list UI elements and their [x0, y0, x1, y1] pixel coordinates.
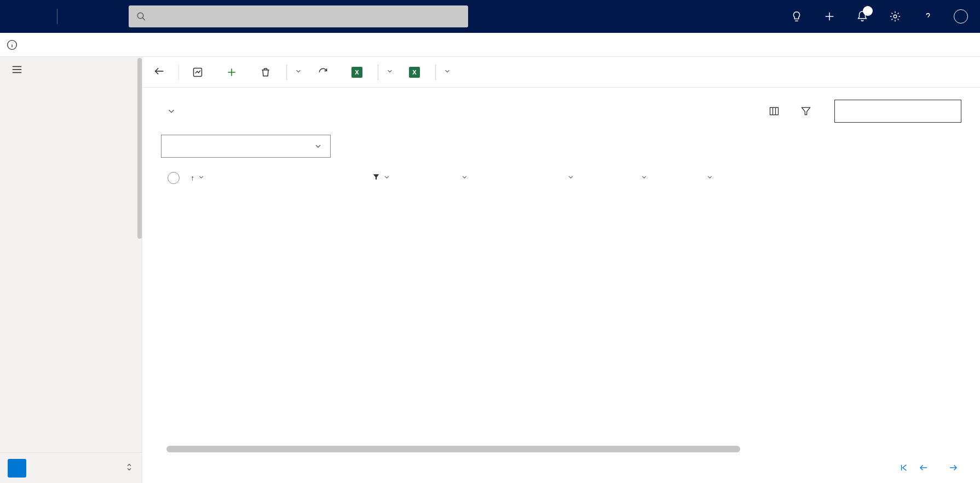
view-selector[interactable] — [161, 106, 176, 116]
search-icon — [136, 12, 146, 21]
hamburger-button[interactable] — [0, 57, 142, 83]
info-icon — [7, 39, 18, 50]
svg-point-4 — [893, 15, 897, 18]
updown-icon[interactable] — [124, 462, 134, 474]
delete-button[interactable] — [252, 64, 284, 81]
trash-icon — [260, 67, 271, 78]
chevron-down-icon — [314, 142, 322, 151]
horizontal-scrollbar[interactable] — [166, 446, 740, 452]
refresh-icon — [318, 67, 328, 78]
show-chart-button[interactable] — [185, 64, 216, 81]
plus-icon — [226, 67, 237, 78]
svg-point-0 — [137, 13, 143, 19]
sidebar-scrollbar[interactable] — [137, 58, 142, 239]
due-select[interactable] — [161, 135, 331, 158]
edit-columns-button[interactable] — [761, 102, 793, 120]
excel-icon: X — [409, 67, 420, 78]
column-priority[interactable] — [637, 173, 703, 183]
svg-line-1 — [142, 18, 145, 20]
first-page-button[interactable] — [899, 463, 909, 473]
excel-icon: X — [351, 67, 362, 78]
columns-icon — [769, 106, 780, 117]
new-task-button[interactable] — [218, 64, 250, 81]
notification-badge — [863, 6, 873, 16]
refresh-button[interactable] — [310, 64, 342, 81]
column-activity[interactable] — [369, 173, 458, 183]
import-chevron[interactable] — [438, 64, 457, 81]
select-all-checkbox[interactable] — [168, 172, 180, 184]
svg-marker-19 — [373, 174, 379, 179]
import-excel-button[interactable]: X — [401, 64, 433, 81]
next-page-button[interactable] — [948, 463, 958, 473]
prev-page-button[interactable] — [919, 463, 929, 473]
column-reason[interactable] — [458, 173, 564, 183]
search-input[interactable] — [152, 11, 460, 22]
sidebar — [0, 57, 142, 483]
column-owning[interactable] — [564, 173, 637, 183]
gear-icon[interactable] — [888, 9, 902, 24]
action-center-badge — [8, 459, 26, 478]
export-excel-button[interactable]: X — [344, 64, 376, 81]
svg-rect-15 — [770, 107, 779, 114]
column-subject[interactable]: ↑ — [187, 173, 369, 183]
search-box[interactable] — [129, 5, 468, 27]
chart-icon — [192, 67, 203, 78]
divider — [57, 9, 57, 24]
plus-icon[interactable] — [822, 9, 837, 24]
bell-icon[interactable] — [855, 9, 869, 24]
delete-chevron[interactable] — [289, 64, 308, 81]
top-header — [0, 0, 980, 33]
filter-keyword-input[interactable] — [834, 100, 961, 123]
chevron-down-icon — [166, 106, 176, 116]
lightbulb-icon[interactable] — [789, 9, 804, 24]
content-area: X X ↑ — [142, 57, 980, 483]
edit-filters-button[interactable] — [793, 102, 825, 120]
account-icon[interactable] — [954, 9, 968, 24]
filter-icon — [800, 106, 811, 117]
help-icon[interactable] — [921, 9, 935, 24]
filter-applied-icon — [372, 173, 380, 183]
action-center[interactable] — [0, 452, 142, 483]
sort-asc-icon: ↑ — [191, 174, 194, 182]
command-bar: X X — [142, 57, 980, 88]
notification-bar[interactable] — [0, 33, 980, 57]
grid-header: ↑ — [154, 168, 975, 188]
svg-marker-18 — [802, 107, 810, 114]
back-button[interactable] — [148, 62, 173, 83]
column-owner[interactable] — [703, 173, 816, 183]
export-chevron[interactable] — [381, 64, 399, 81]
